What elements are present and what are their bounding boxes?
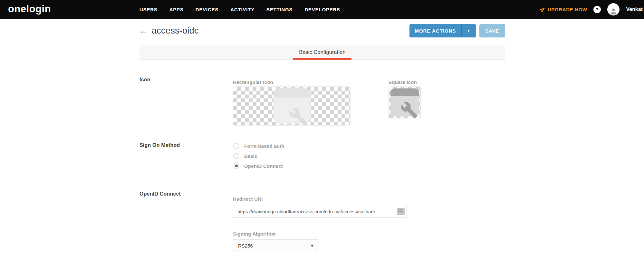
save-button[interactable]: SAVE (479, 24, 505, 37)
signing-algorithm-select[interactable]: RS256 ▾ (233, 239, 318, 252)
window-titlebar (390, 88, 419, 96)
app-window-icon (274, 88, 310, 124)
redirect-uri-input[interactable] (233, 205, 407, 218)
radio-button-unselected[interactable] (233, 153, 239, 159)
openid-connect-section-label: OpenID Connect (139, 191, 181, 197)
app-settings-page: onelogin USERS APPS DEVICES ACTIVITY SET… (0, 0, 644, 264)
nav-item-developers[interactable]: DEVELOPERS (304, 7, 340, 12)
autofill-extension-icon[interactable] (397, 208, 405, 215)
tab-basic-configuration[interactable]: Basic Configuration (293, 45, 351, 59)
nav-item-activity[interactable]: ACTIVITY (230, 7, 255, 12)
more-actions-label: MORE ACTIONS (409, 24, 461, 37)
person-icon (609, 7, 618, 15)
tab-bar: Basic Configuration (139, 45, 505, 60)
more-actions-caret[interactable]: ▾ (461, 24, 476, 37)
nav-menu: USERS APPS DEVICES ACTIVITY SETTINGS DEV… (139, 0, 340, 19)
rocket-icon (539, 5, 547, 13)
header-actions: MORE ACTIONS ▾ SAVE (409, 24, 505, 37)
redirect-uri-label: Redirect URI (233, 196, 263, 202)
title-wrap: ← access-oidc (139, 26, 199, 36)
nav-item-devices[interactable]: DEVICES (196, 7, 218, 12)
radio-openid-connect[interactable]: OpenID Connect (233, 162, 284, 170)
section-divider (139, 184, 505, 184)
radio-form-based-auth[interactable]: Form-based auth (233, 142, 284, 150)
back-arrow-icon[interactable]: ← (139, 26, 148, 36)
radio-label: Form-based auth (244, 143, 284, 149)
more-actions-button[interactable]: MORE ACTIONS ▾ (409, 24, 476, 37)
radio-button-selected[interactable] (233, 163, 239, 169)
chevron-down-icon: ▾ (311, 243, 313, 248)
icon-section-label: Icon (139, 77, 150, 83)
rectangular-icon-label: Rectangular Icon (233, 79, 273, 85)
radio-label: OpenID Connect (244, 163, 283, 169)
wrench-icon (289, 107, 307, 126)
signing-algorithm-value: RS256 (238, 243, 253, 249)
upgrade-now-label: UPGRADE NOW (548, 7, 587, 12)
radio-basic[interactable]: Basic (233, 152, 284, 160)
radio-button-unselected[interactable] (233, 143, 239, 149)
help-icon[interactable]: ? (593, 6, 601, 13)
sign-on-options: Form-based auth Basic OpenID Connect (233, 142, 284, 170)
nav-item-apps[interactable]: APPS (169, 7, 184, 12)
square-icon-preview[interactable] (389, 86, 421, 118)
avatar[interactable] (607, 3, 620, 15)
nav-right: UPGRADE NOW ? Venkat (540, 0, 643, 19)
rectangular-icon-preview[interactable] (233, 86, 351, 126)
square-icon-label: Square Icon (389, 79, 417, 85)
signing-algorithm-label: Signing Algorithm (233, 231, 276, 237)
wrench-icon (400, 101, 418, 119)
upgrade-now-button[interactable]: UPGRADE NOW (540, 7, 587, 12)
sign-on-method-label: Sign On Method (139, 142, 180, 148)
nav-item-users[interactable]: USERS (139, 7, 158, 12)
page-title: access-oidc (152, 26, 199, 36)
redirect-uri-wrap (233, 205, 407, 218)
top-nav: onelogin USERS APPS DEVICES ACTIVITY SET… (0, 0, 644, 19)
app-window-icon-square (390, 88, 419, 117)
page-header: ← access-oidc MORE ACTIONS ▾ SAVE (139, 23, 505, 38)
radio-label: Basic (244, 153, 257, 159)
nav-item-settings[interactable]: SETTINGS (266, 7, 293, 12)
window-titlebar (274, 88, 310, 97)
onelogin-logo[interactable]: onelogin (8, 3, 51, 15)
user-name[interactable]: Venkat (626, 6, 643, 12)
